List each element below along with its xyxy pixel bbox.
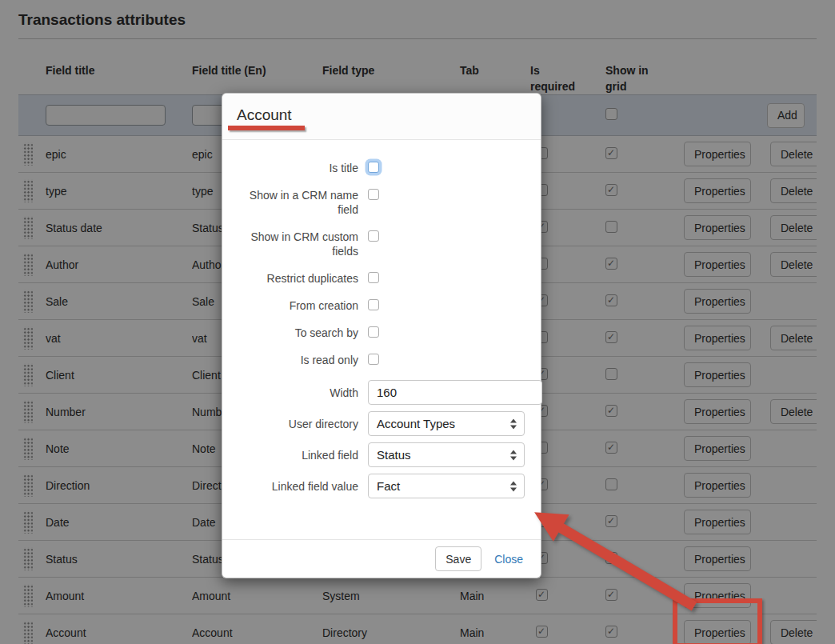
is-read-only-label: Is read only [238, 353, 358, 367]
modal-header: Account [222, 94, 541, 140]
modal-form-row: Show in CRM custom fields [238, 230, 525, 258]
modal-form-row: From creation [238, 298, 525, 313]
show-in-a-crm-name-field-label: Show in a CRM name field [238, 188, 358, 217]
account-properties-modal: Account Is titleShow in a CRM name field… [222, 93, 541, 578]
from-creation-checkbox[interactable] [368, 299, 379, 310]
user-directory-select[interactable]: Account Types [368, 411, 525, 436]
to-search-by-label: To search by [238, 326, 358, 340]
width-input[interactable] [368, 380, 542, 405]
restrict-duplicates-label: Restrict duplicates [238, 271, 358, 286]
linked-field-label: Linked field [238, 448, 358, 462]
show-in-crm-custom-fields-label: Show in CRM custom fields [238, 230, 358, 258]
close-button[interactable]: Close [494, 553, 523, 566]
user-directory-label: User directory [238, 417, 358, 431]
linked-field-value-select[interactable]: Fact [368, 474, 525, 498]
from-creation-label: From creation [238, 298, 358, 313]
modal-form-row: Show in a CRM name field [238, 188, 525, 217]
modal-form-row: Width [238, 380, 525, 405]
selected-value: Fact [377, 479, 400, 493]
modal-form-row: Linked fieldStatus [238, 442, 525, 467]
modal-form-row: Linked field valueFact [238, 474, 525, 498]
modal-form-row: Is read only [238, 353, 525, 367]
width-label: Width [238, 386, 358, 400]
save-button[interactable]: Save [435, 546, 481, 571]
is-title-label: Is title [238, 161, 358, 175]
modal-form-row: Restrict duplicates [238, 271, 525, 286]
modal-footer: Save Close [222, 539, 541, 578]
selected-value: Status [377, 448, 411, 462]
modal-form-row: User directoryAccount Types [238, 411, 525, 436]
show-in-crm-custom-fields-checkbox[interactable] [368, 230, 379, 242]
is-title-checkbox[interactable] [368, 162, 379, 173]
selected-value: Account Types [377, 417, 455, 430]
page: Transactions attributes Field title Fiel… [0, 0, 835, 644]
show-in-a-crm-name-field-checkbox[interactable] [368, 189, 379, 200]
modal-form-row: Is title [238, 161, 525, 175]
select-arrows-icon [510, 450, 517, 460]
red-highlight-rectangle-annotation [673, 598, 762, 644]
select-arrows-icon [510, 418, 517, 429]
modal-title: Account [237, 106, 292, 123]
select-arrows-icon [510, 481, 517, 491]
red-underline-annotation [228, 126, 305, 130]
to-search-by-checkbox[interactable] [368, 326, 379, 338]
linked-field-select[interactable]: Status [368, 442, 525, 467]
is-read-only-checkbox[interactable] [368, 354, 379, 365]
restrict-duplicates-checkbox[interactable] [368, 272, 379, 283]
modal-form-row: To search by [238, 326, 525, 340]
modal-body: Is titleShow in a CRM name fieldShow in … [222, 140, 541, 498]
linked-field-value-label: Linked field value [238, 479, 358, 494]
